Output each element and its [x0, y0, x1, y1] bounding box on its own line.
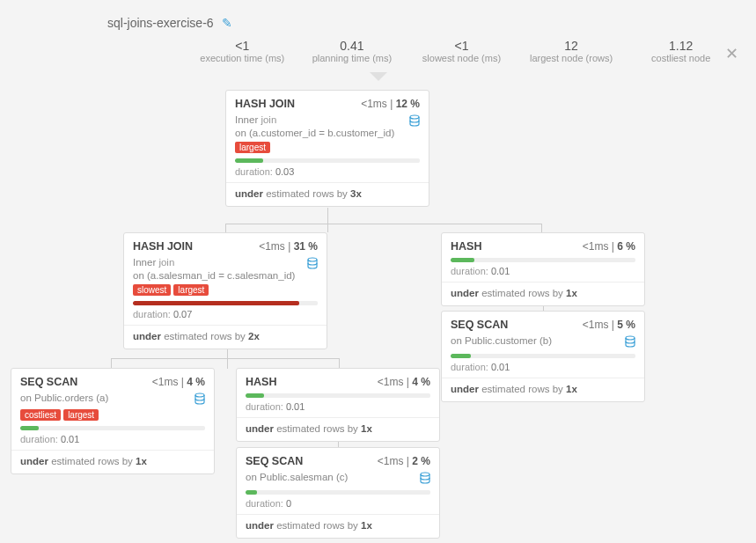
node-hash-2[interactable]: HASH<1ms | 4 % duration: 0.01 under esti… — [236, 368, 440, 442]
svg-point-3 — [626, 336, 635, 340]
database-icon — [307, 257, 318, 269]
svg-point-4 — [195, 393, 204, 397]
node-hash-join-2[interactable]: HASH JOIN<1ms | 31 % Inner join on (a.sa… — [123, 232, 327, 349]
node-hash-1[interactable]: HASH<1ms | 6 % duration: 0.01 under esti… — [441, 232, 645, 306]
stats-bar: <1execution time (ms) 0.41planning time … — [185, 33, 738, 74]
database-icon — [420, 472, 430, 484]
node-hash-join-1[interactable]: HASH JOIN<1ms | 12 % Inner join on (a.cu… — [225, 90, 429, 207]
stat-largest: 12largest node (rows) — [521, 39, 622, 63]
connector — [327, 208, 328, 232]
database-icon — [625, 335, 635, 348]
svg-point-0 — [410, 115, 419, 119]
tag-largest: largest — [235, 142, 270, 153]
stat-costliest: 1.12costliest node — [630, 39, 731, 63]
edit-icon[interactable]: ✎ — [222, 16, 232, 30]
node-seq-scan-orders[interactable]: SEQ SCAN<1ms | 4 % on Public.orders (a) … — [11, 368, 215, 474]
node-seq-scan-salesman[interactable]: SEQ SCAN<1ms | 2 % on Public.salesman (c… — [236, 447, 440, 539]
tag-costliest: costliest — [20, 409, 61, 421]
svg-point-6 — [421, 473, 429, 476]
tag-largest: largest — [63, 409, 99, 421]
tag-largest: largest — [173, 284, 209, 296]
close-icon[interactable]: ✕ — [725, 44, 738, 63]
pointer-triangle — [370, 72, 387, 81]
page-title: sql-joins-exercise-6 ✎ — [107, 16, 232, 30]
node-seq-scan-customer[interactable]: SEQ SCAN<1ms | 5 % on Public.customer (b… — [441, 311, 645, 402]
stat-plan-time: 0.41planning time (ms) — [302, 39, 403, 63]
database-icon — [195, 393, 205, 405]
svg-point-1 — [308, 258, 317, 261]
stat-exec-time: <1execution time (ms) — [192, 39, 293, 63]
connector — [227, 348, 228, 369]
database-icon — [409, 114, 420, 127]
stat-slowest: <1slowest node (ms) — [411, 39, 512, 63]
tag-slowest: slowest — [133, 284, 171, 296]
